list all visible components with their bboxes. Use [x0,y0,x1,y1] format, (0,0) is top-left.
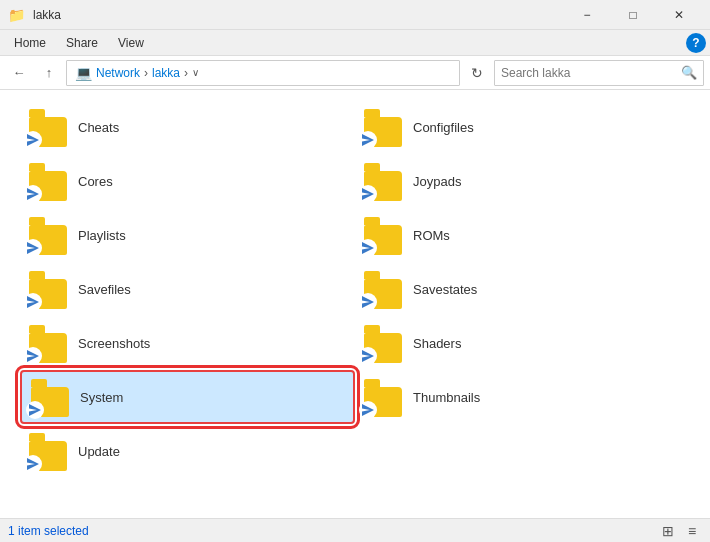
window-icon: 📁 [8,7,25,23]
folder-item[interactable]: Cores [20,154,355,208]
minimize-button[interactable]: − [564,0,610,30]
svg-marker-12 [27,458,39,470]
address-network[interactable]: Network [96,66,140,80]
title-bar-controls: − □ ✕ [564,0,702,30]
search-icon[interactable]: 🔍 [681,65,697,80]
maximize-button[interactable]: □ [610,0,656,30]
status-bar: 1 item selected ⊞ ≡ [0,518,710,542]
svg-marker-7 [362,296,374,308]
folder-icon [28,323,68,363]
back-button[interactable]: ← [6,60,32,86]
network-share-icon [359,347,377,365]
svg-marker-9 [362,350,374,362]
folder-item[interactable]: Screenshots [20,316,355,370]
folder-icon [363,269,403,309]
svg-marker-4 [27,242,39,254]
folder-icon [363,377,403,417]
folder-name: Thumbnails [413,390,480,405]
search-box[interactable]: 🔍 [494,60,704,86]
search-input[interactable] [501,66,677,80]
view-list-button[interactable]: ≡ [682,521,702,541]
window-title: lakka [33,8,61,22]
network-share-icon [359,401,377,419]
title-bar-left: 📁 lakka [8,7,61,23]
network-share-icon [24,455,42,473]
address-box[interactable]: 💻 Network › lakka › ∨ [66,60,460,86]
svg-marker-2 [27,188,39,200]
folder-icon [28,269,68,309]
network-share-icon [359,185,377,203]
folder-item[interactable]: System [20,370,355,424]
folder-item[interactable]: Cheats [20,100,355,154]
status-text: 1 item selected [8,524,89,538]
folder-icon [28,161,68,201]
svg-marker-11 [362,404,374,416]
up-button[interactable]: ↑ [36,60,62,86]
folder-name: Shaders [413,336,461,351]
address-computer-icon: 💻 [75,65,92,81]
menu-view[interactable]: View [108,34,154,52]
folder-item[interactable]: Update [20,424,355,478]
address-bar: ← ↑ 💻 Network › lakka › ∨ ↻ 🔍 [0,56,710,90]
network-share-icon [359,131,377,149]
svg-marker-10 [29,404,41,416]
folder-name: Cores [78,174,113,189]
folder-item[interactable]: Configfiles [355,100,690,154]
folder-name: Playlists [78,228,126,243]
folder-item[interactable]: Joypads [355,154,690,208]
folder-grid: CheatsConfigfilesCoresJoypadsPlaylistsRO… [0,90,710,518]
title-bar: 📁 lakka − □ ✕ [0,0,710,30]
menu-home[interactable]: Home [4,34,56,52]
folder-name: ROMs [413,228,450,243]
folder-item[interactable]: Playlists [20,208,355,262]
folder-icon [28,107,68,147]
view-grid-button[interactable]: ⊞ [658,521,678,541]
network-share-icon [24,293,42,311]
folder-item[interactable]: ROMs [355,208,690,262]
folder-name: Update [78,444,120,459]
network-share-icon [359,239,377,257]
folder-item[interactable]: Shaders [355,316,690,370]
svg-marker-1 [362,134,374,146]
svg-marker-0 [27,134,39,146]
network-share-icon [24,185,42,203]
folder-icon [363,323,403,363]
close-button[interactable]: ✕ [656,0,702,30]
folder-item[interactable]: Savestates [355,262,690,316]
address-lakka[interactable]: lakka [152,66,180,80]
svg-marker-5 [362,242,374,254]
help-button[interactable]: ? [686,33,706,53]
folder-item[interactable]: Savefiles [20,262,355,316]
folder-icon [363,107,403,147]
menu-bar: Home Share View ? [0,30,710,56]
folder-name: Configfiles [413,120,474,135]
folder-icon [28,431,68,471]
folder-name: Screenshots [78,336,150,351]
folder-name: Joypads [413,174,461,189]
refresh-button[interactable]: ↻ [464,60,490,86]
folder-name: Savestates [413,282,477,297]
network-share-icon [26,401,44,419]
network-share-icon [24,131,42,149]
folder-name: Cheats [78,120,119,135]
folder-icon [30,377,70,417]
folder-icon [28,215,68,255]
folder-name: System [80,390,123,405]
view-controls: ⊞ ≡ [658,521,702,541]
svg-marker-8 [27,350,39,362]
network-share-icon [24,347,42,365]
address-dropdown-arrow[interactable]: ∨ [192,67,199,78]
folder-item[interactable]: Thumbnails [355,370,690,424]
network-share-icon [24,239,42,257]
folder-icon [363,161,403,201]
menu-share[interactable]: Share [56,34,108,52]
network-share-icon [359,293,377,311]
folder-name: Savefiles [78,282,131,297]
svg-marker-6 [27,296,39,308]
svg-marker-3 [362,188,374,200]
folder-icon [363,215,403,255]
